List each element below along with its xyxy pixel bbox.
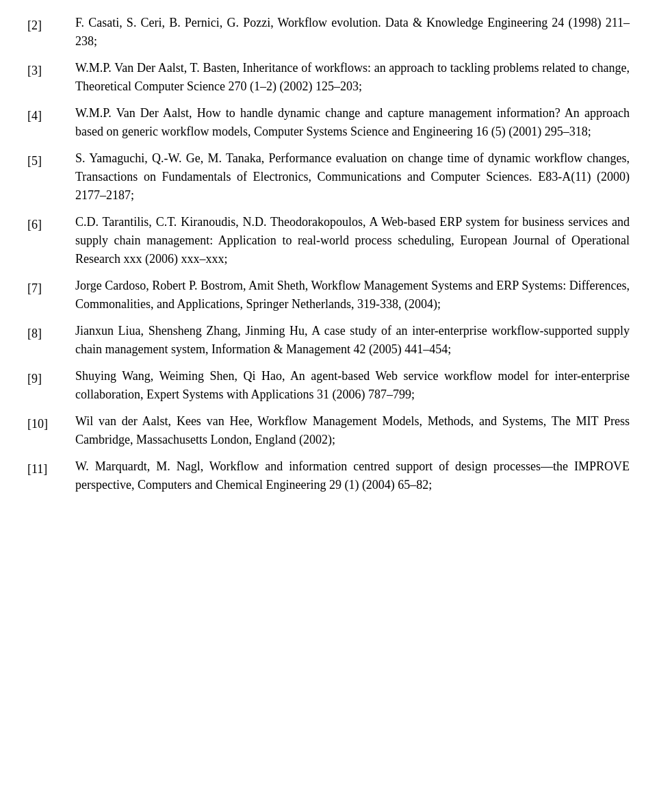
ref-number: [3] [27,59,75,104]
ref-number: [5] [27,149,75,213]
ref-number: [11] [27,457,75,503]
ref-number: [2] [27,14,75,59]
ref-content: C.D. Tarantilis, C.T. Kiranoudis, N.D. T… [75,213,630,277]
ref-number: [9] [27,367,75,412]
ref-content: Shuying Wang, Weiming Shen, Qi Hao, An a… [75,367,630,412]
table-row: [4]W.M.P. Van Der Aalst, How to handle d… [27,104,630,149]
table-row: [3]W.M.P. Van Der Aalst, T. Basten, Inhe… [27,59,630,104]
ref-number: [4] [27,104,75,149]
ref-number: [7] [27,277,75,322]
ref-content: W.M.P. Van Der Aalst, How to handle dyna… [75,104,630,149]
table-row: [10]Wil van der Aalst, Kees van Hee, Wor… [27,412,630,457]
ref-content: S. Yamaguchi, Q.-W. Ge, M. Tanaka, Perfo… [75,149,630,213]
table-row: [2]F. Casati, S. Ceri, B. Pernici, G. Po… [27,14,630,59]
ref-content: Jorge Cardoso, Robert P. Bostrom, Amit S… [75,277,630,322]
table-row: [6]C.D. Tarantilis, C.T. Kiranoudis, N.D… [27,213,630,277]
table-row: [8]Jianxun Liua, Shensheng Zhang, Jinmin… [27,322,630,367]
reference-list: [2]F. Casati, S. Ceri, B. Pernici, G. Po… [27,14,630,503]
ref-number: [6] [27,213,75,277]
table-row: [7]Jorge Cardoso, Robert P. Bostrom, Ami… [27,277,630,322]
table-row: [5]S. Yamaguchi, Q.-W. Ge, M. Tanaka, Pe… [27,149,630,213]
ref-content: Jianxun Liua, Shensheng Zhang, Jinming H… [75,322,630,367]
ref-number: [8] [27,322,75,367]
ref-content: W.M.P. Van Der Aalst, T. Basten, Inherit… [75,59,630,104]
ref-number: [10] [27,412,75,457]
ref-content: W. Marquardt, M. Nagl, Workflow and info… [75,457,630,503]
table-row: [11]W. Marquardt, M. Nagl, Workflow and … [27,457,630,503]
ref-content: Wil van der Aalst, Kees van Hee, Workflo… [75,412,630,457]
table-row: [9]Shuying Wang, Weiming Shen, Qi Hao, A… [27,367,630,412]
ref-content: F. Casati, S. Ceri, B. Pernici, G. Pozzi… [75,14,630,59]
